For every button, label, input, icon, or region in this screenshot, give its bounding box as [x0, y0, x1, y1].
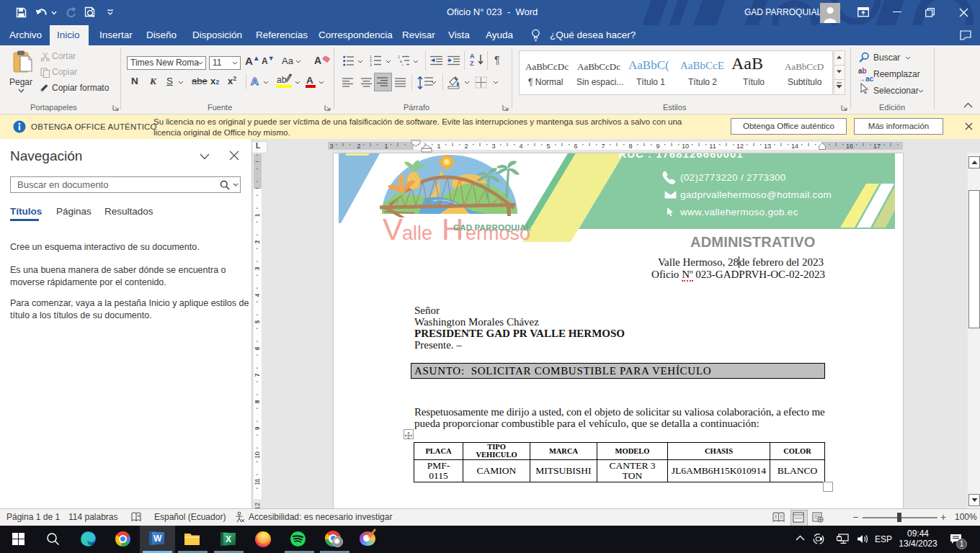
- svg-text:1: 1: [384, 143, 388, 150]
- svg-text:i: i: [402, 63, 403, 66]
- svg-text:www.vallehermoso.gob.ec: www.vallehermoso.gob.ec: [680, 207, 798, 217]
- svg-text:14: 14: [791, 143, 798, 150]
- svg-text:12: 12: [254, 503, 261, 508]
- svg-text:5: 5: [546, 143, 550, 150]
- svg-text:1: 1: [254, 213, 261, 217]
- svg-text:4: 4: [254, 293, 261, 297]
- svg-text:alle: alle: [402, 222, 432, 244]
- svg-text:17: 17: [873, 143, 881, 150]
- svg-text:2: 2: [357, 143, 360, 150]
- svg-text:8: 8: [628, 143, 632, 150]
- svg-text:10: 10: [682, 143, 689, 150]
- svg-text:10: 10: [254, 451, 261, 459]
- svg-text:V: V: [383, 212, 403, 246]
- svg-text:13: 13: [764, 143, 771, 150]
- svg-text:5: 5: [254, 320, 261, 323]
- svg-text:3: 3: [491, 143, 495, 150]
- svg-text:16: 16: [846, 143, 853, 150]
- svg-text:2: 2: [464, 143, 468, 150]
- svg-text:3: 3: [329, 143, 333, 150]
- svg-text:7: 7: [254, 373, 261, 377]
- svg-text:7: 7: [601, 143, 605, 150]
- svg-text:9: 9: [254, 426, 261, 430]
- svg-text:6: 6: [574, 143, 577, 150]
- svg-text:GAD PARROQUIAL: GAD PARROQUIAL: [453, 223, 531, 232]
- svg-text:8: 8: [254, 400, 261, 403]
- svg-text:9: 9: [656, 143, 659, 150]
- svg-text:(02)2773220 / 2773300: (02)2773220 / 2773300: [680, 172, 786, 183]
- svg-text:6: 6: [254, 346, 261, 350]
- svg-text:RUC : 1768126660001: RUC : 1768126660001: [618, 153, 743, 160]
- svg-text:3: 3: [370, 63, 372, 67]
- svg-text:gadprvallehermoso@hotmail.com: gadprvallehermoso@hotmail.com: [680, 189, 832, 200]
- svg-text:2: 2: [254, 240, 261, 243]
- svg-text:1: 1: [437, 143, 440, 150]
- svg-text:11: 11: [254, 478, 261, 485]
- svg-text:4: 4: [519, 143, 522, 150]
- svg-text:12: 12: [736, 143, 744, 150]
- svg-text:11: 11: [709, 143, 716, 150]
- svg-text:3: 3: [254, 266, 261, 270]
